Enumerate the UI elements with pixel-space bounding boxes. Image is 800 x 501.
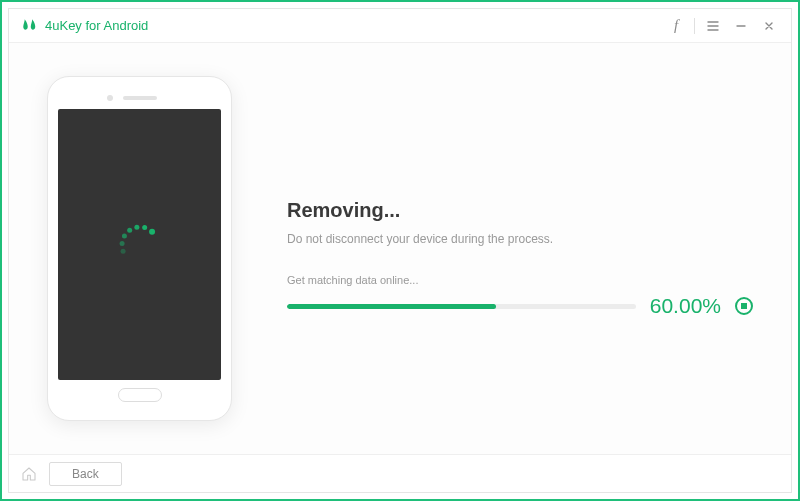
home-icon[interactable]: [21, 466, 37, 482]
close-icon[interactable]: [755, 12, 783, 40]
logo-icon: [21, 17, 39, 35]
facebook-icon[interactable]: f: [662, 12, 690, 40]
app-title: 4uKey for Android: [45, 18, 148, 33]
progress-bar-track: [287, 304, 636, 309]
phone-screen: [58, 109, 221, 380]
phone-home-button-icon: [118, 388, 162, 402]
spinner-icon: [117, 222, 163, 268]
phone-speaker-icon: [123, 96, 157, 100]
progress-warning: Do not disconnect your device during the…: [287, 232, 753, 246]
divider: [694, 18, 695, 34]
minimize-icon[interactable]: [727, 12, 755, 40]
progress-heading: Removing...: [287, 199, 753, 222]
app-window: 4uKey for Android f: [8, 8, 792, 493]
menu-icon[interactable]: [699, 12, 727, 40]
titlebar: 4uKey for Android f: [9, 9, 791, 43]
progress-status: Get matching data online...: [287, 274, 753, 286]
phone-illustration: [47, 76, 232, 421]
window-controls: f: [662, 12, 783, 40]
app-logo: 4uKey for Android: [21, 17, 148, 35]
progress-panel: Removing... Do not disconnect your devic…: [287, 179, 753, 318]
selection-frame: 4uKey for Android f: [0, 0, 800, 501]
phone-camera-icon: [107, 95, 113, 101]
progress-percent: 60.00%: [650, 294, 721, 318]
main-content: Removing... Do not disconnect your devic…: [9, 43, 791, 454]
footer: Back: [9, 454, 791, 492]
back-button[interactable]: Back: [49, 462, 122, 486]
stop-button[interactable]: [735, 297, 753, 315]
progress-bar-fill: [287, 304, 496, 309]
progress-bar-row: 60.00%: [287, 294, 753, 318]
